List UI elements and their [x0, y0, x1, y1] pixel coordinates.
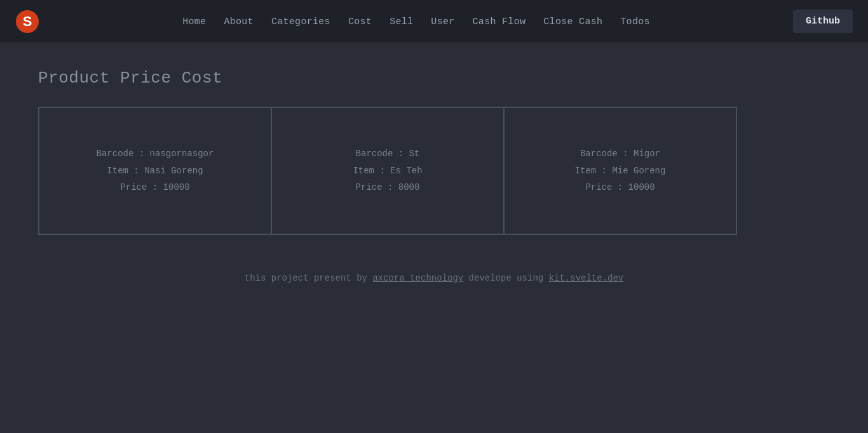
nav-item-cash-flow[interactable]: Cash Flow [473, 16, 526, 27]
barcode-label-3: Barcode : [580, 149, 628, 159]
product-card-1: Barcode : nasgornasgor Item : Nasi Goren… [39, 107, 271, 234]
price-val-3: 10000 [628, 182, 655, 192]
footer: this project present by axcora technolog… [38, 273, 830, 283]
main-content: Product Price Cost Barcode : nasgornasgo… [0, 43, 868, 309]
logo-container[interactable]: S [15, 10, 39, 34]
footer-link-svelte[interactable]: kit.svelte.dev [549, 273, 624, 283]
nav-link-cash-flow[interactable]: Cash Flow [473, 17, 526, 27]
s-logo-icon: S [15, 10, 39, 34]
barcode-val-3: Migor [634, 149, 660, 159]
nav-link-categories[interactable]: Categories [271, 17, 330, 27]
item-val-2: Es Teh [390, 166, 422, 176]
nav-link-sell[interactable]: Sell [390, 17, 413, 27]
svg-text:S: S [23, 13, 32, 29]
price-label-1: Price : [120, 182, 158, 192]
nav-item-categories[interactable]: Categories [271, 16, 330, 27]
footer-text-before: this project present by [245, 273, 367, 283]
nav-item-cost[interactable]: Cost [348, 16, 372, 27]
item-label-3: Item : [575, 166, 607, 176]
barcode-label-2: Barcode : [356, 149, 404, 159]
product-barcode-line-1: Barcode : nasgornasgor [97, 145, 214, 163]
footer-text-middle-2: develope using [469, 273, 544, 283]
nav-link-cost[interactable]: Cost [348, 17, 372, 27]
price-val-1: 10000 [163, 182, 190, 192]
barcode-label-1: Barcode : [97, 149, 145, 159]
product-item-line-2: Item : Es Teh [353, 163, 422, 180]
nav-item-about[interactable]: About [224, 16, 254, 27]
nav-link-about[interactable]: About [224, 17, 254, 27]
barcode-val-2: St [409, 149, 420, 159]
product-card-2: Barcode : St Item : Es Teh Price : 8000 [271, 107, 504, 234]
footer-link-axcora[interactable]: axcora technology [372, 273, 463, 283]
item-label-2: Item : [353, 166, 384, 176]
nav-links: Home About Categories Cost Sell User Cas… [182, 16, 650, 27]
product-price-line-2: Price : 8000 [353, 179, 422, 196]
product-price-line-3: Price : 10000 [575, 179, 666, 196]
github-button[interactable]: Github [793, 10, 853, 33]
product-item-line-1: Item : Nasi Goreng [97, 163, 214, 180]
nav-item-sell[interactable]: Sell [390, 16, 413, 27]
page-title: Product Price Cost [38, 69, 830, 88]
product-item-line-3: Item : Mie Goreng [575, 163, 666, 180]
barcode-val-1: nasgornasgor [150, 149, 214, 159]
nav-item-todos[interactable]: Todos [620, 16, 650, 27]
product-barcode-line-3: Barcode : Migor [575, 145, 666, 163]
product-card-content-2: Barcode : St Item : Es Teh Price : 8000 [353, 145, 422, 196]
nav-item-home[interactable]: Home [182, 16, 206, 27]
price-label-2: Price : [356, 182, 393, 192]
product-barcode-line-2: Barcode : St [353, 145, 422, 163]
products-grid: Barcode : nasgornasgor Item : Nasi Goren… [38, 107, 737, 235]
product-card-content-1: Barcode : nasgornasgor Item : Nasi Goren… [97, 145, 214, 196]
navbar: S Home About Categories Cost Sell User C… [0, 0, 868, 43]
nav-link-close-cash[interactable]: Close Cash [543, 17, 602, 27]
item-val-3: Mie Goreng [612, 166, 665, 176]
product-price-line-1: Price : 10000 [97, 179, 214, 196]
price-label-3: Price : [585, 182, 623, 192]
product-card-content-3: Barcode : Migor Item : Mie Goreng Price … [575, 145, 666, 196]
price-val-2: 8000 [398, 182, 420, 192]
item-val-1: Nasi Goreng [144, 166, 203, 176]
product-card-3: Barcode : Migor Item : Mie Goreng Price … [504, 107, 736, 234]
nav-link-user[interactable]: User [431, 17, 454, 27]
nav-link-home[interactable]: Home [182, 17, 206, 27]
nav-item-close-cash[interactable]: Close Cash [543, 16, 602, 27]
item-label-1: Item : [107, 166, 139, 176]
nav-link-todos[interactable]: Todos [620, 17, 650, 27]
nav-item-user[interactable]: User [431, 16, 454, 27]
